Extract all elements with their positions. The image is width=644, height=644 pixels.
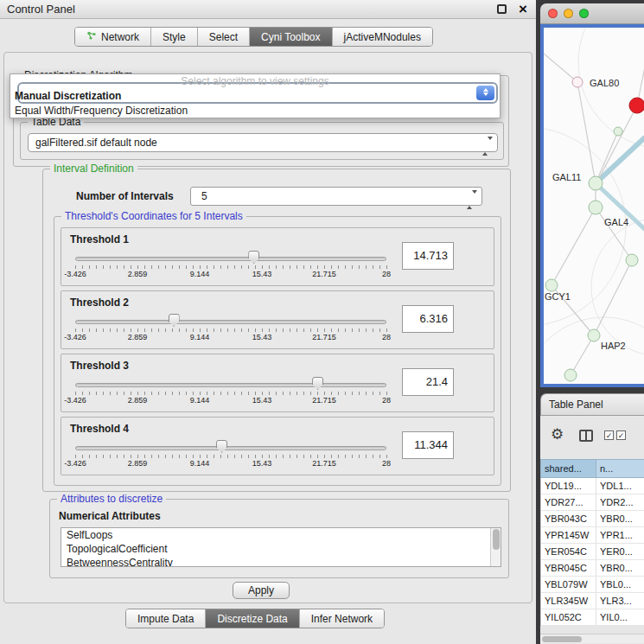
numerical-attributes-list[interactable]: SelfLoops TopologicalCoefficient Between…: [61, 527, 501, 567]
threshold-slider[interactable]: -3.4262.8599.14415.4321.71528: [75, 437, 388, 473]
table-column-header[interactable]: shared...: [540, 459, 596, 478]
table-cell[interactable]: YDR27...: [541, 494, 596, 510]
threshold-value-field[interactable]: 14.713: [402, 242, 454, 270]
float-window-icon[interactable]: [497, 4, 507, 14]
table-column-header[interactable]: n...: [596, 459, 644, 478]
network-node[interactable]: [572, 77, 583, 87]
table-row[interactable]: YER054C YER0...: [541, 544, 644, 560]
tab[interactable]: Discretize Data: [206, 609, 299, 628]
network-node[interactable]: [589, 176, 603, 190]
threshold-panel: Threshold 4 -3.4262.8599.14415.4321.7152…: [61, 417, 494, 475]
slider-thumb[interactable]: [248, 251, 259, 264]
table-cell[interactable]: YIL0...: [596, 609, 644, 625]
attribute-list-item[interactable]: TopologicalCoefficient: [61, 542, 501, 556]
table-panel-titlebar[interactable]: Table Panel: [540, 393, 644, 416]
dropdown-option[interactable]: Manual Discretization: [10, 89, 500, 104]
horizontal-scrollbar[interactable]: [540, 634, 644, 643]
slider-track[interactable]: [75, 257, 386, 261]
network-node[interactable]: [626, 254, 638, 266]
threshold-slider[interactable]: -3.4262.8599.14415.4321.71528: [75, 247, 388, 284]
network-window-titlebar[interactable]: [540, 3, 644, 24]
number-of-intervals-spinner[interactable]: 5: [190, 187, 482, 206]
tab[interactable]: Infer Network: [300, 609, 384, 628]
network-node[interactable]: [589, 201, 603, 214]
network-node[interactable]: [614, 127, 622, 136]
threshold-slider[interactable]: -3.4262.8599.14415.4321.71528: [75, 310, 388, 347]
close-icon[interactable]: ×: [519, 0, 527, 19]
columns-icon[interactable]: [579, 430, 593, 442]
select-shown-columns-icon[interactable]: ✓: [616, 430, 626, 440]
zoom-traffic-light-icon[interactable]: [579, 9, 589, 18]
table-cell[interactable]: YER054C: [541, 544, 596, 559]
network-node[interactable]: [564, 369, 577, 381]
slider-scale-label: 21.715: [312, 270, 336, 278]
table-cell[interactable]: YBR0...: [596, 511, 644, 526]
network-node[interactable]: [629, 98, 644, 113]
table-cell[interactable]: YBR0...: [596, 560, 644, 576]
slider-scale-label: -3.426: [64, 396, 86, 405]
close-traffic-light-icon[interactable]: [548, 9, 558, 18]
attribute-list-item[interactable]: BetweennessCentrality: [61, 556, 501, 567]
table-cell[interactable]: YDR2...: [596, 494, 644, 510]
table-row[interactable]: YPR145W YPR1...: [541, 527, 644, 544]
slider-scale-label: 15.43: [252, 459, 272, 468]
list-scrollbar[interactable]: [490, 528, 501, 566]
threshold-slider[interactable]: -3.4262.8599.14415.4321.71528: [75, 373, 388, 410]
table-cell[interactable]: YBL0...: [596, 577, 644, 592]
table-cell[interactable]: YBR045C: [541, 560, 596, 576]
scrollbar-thumb[interactable]: [542, 636, 582, 642]
apply-button[interactable]: Apply: [233, 582, 290, 599]
dropdown-option[interactable]: Equal Width/Frequency Discretization: [10, 104, 500, 118]
table-cell[interactable]: YLR345W: [541, 593, 596, 609]
table-cell[interactable]: YLR3...: [596, 593, 644, 609]
network-edge: [571, 335, 594, 375]
select-all-columns-icon[interactable]: ✓: [604, 430, 614, 440]
minimize-traffic-light-icon[interactable]: [564, 9, 573, 18]
table-cell[interactable]: YIL052C: [541, 609, 596, 625]
table-cell[interactable]: YER0...: [596, 544, 644, 559]
table-data-combobox[interactable]: galFiltered.sif default node: [28, 133, 498, 152]
tab[interactable]: Select: [198, 28, 250, 46]
network-edge: [552, 207, 596, 285]
network-node[interactable]: [545, 279, 558, 291]
settings-gear-icon[interactable]: ⚙: [551, 426, 564, 443]
slider-scale-label: 21.715: [312, 333, 336, 341]
tab[interactable]: Network: [75, 28, 151, 46]
tab[interactable]: Impute Data: [126, 609, 206, 628]
table-row[interactable]: YBR045C YBR0...: [541, 560, 644, 577]
table-cell[interactable]: YDL1...: [596, 478, 644, 494]
slider-scale-label: -3.426: [64, 459, 86, 468]
slider-track[interactable]: [75, 383, 386, 387]
network-node[interactable]: [588, 329, 600, 341]
table-row[interactable]: YIL052C YIL0...: [541, 609, 644, 626]
network-canvas[interactable]: GAL80GAL11GAL4GCY1HAP2: [544, 28, 644, 384]
spinner-stepper[interactable]: [467, 191, 477, 208]
table-cell[interactable]: YPR145W: [541, 527, 596, 543]
table-cell[interactable]: YBL079W: [541, 577, 596, 592]
table-cell[interactable]: YPR1...: [596, 527, 644, 543]
threshold-value-field[interactable]: 11.344: [402, 431, 454, 459]
tab[interactable]: Cyni Toolbox: [250, 28, 332, 46]
control-panel-titlebar[interactable]: Control Panel ×: [0, 0, 536, 19]
table-row[interactable]: YDL19... YDL1...: [541, 478, 644, 494]
table-row[interactable]: YBL079W YBL0...: [541, 577, 644, 593]
threshold-value-field[interactable]: 6.316: [402, 305, 454, 333]
tab[interactable]: Style: [151, 28, 198, 46]
desktop: Control Panel × Network Style Select Cyn…: [0, 0, 644, 644]
slider-track[interactable]: [75, 320, 386, 324]
slider-thumb[interactable]: [312, 377, 323, 390]
combobox-stepper[interactable]: [482, 137, 493, 155]
table-cell[interactable]: YDL19...: [541, 478, 596, 494]
table-row[interactable]: YBR043C YBR0...: [541, 511, 644, 527]
attribute-list-item[interactable]: SelfLoops: [61, 528, 501, 542]
slider-track[interactable]: [75, 446, 386, 450]
scrollbar-thumb[interactable]: [493, 529, 500, 550]
table-row[interactable]: YDR27... YDR2...: [541, 494, 644, 511]
slider-thumb[interactable]: [216, 440, 227, 453]
slider-thumb[interactable]: [169, 314, 180, 327]
tab[interactable]: jActiveMNodules: [333, 28, 432, 46]
threshold-value-field[interactable]: 21.4: [402, 368, 454, 396]
slider-scale-label: 2.859: [128, 459, 148, 468]
table-row[interactable]: YLR345W YLR3...: [541, 593, 644, 609]
table-cell[interactable]: YBR043C: [541, 511, 596, 526]
